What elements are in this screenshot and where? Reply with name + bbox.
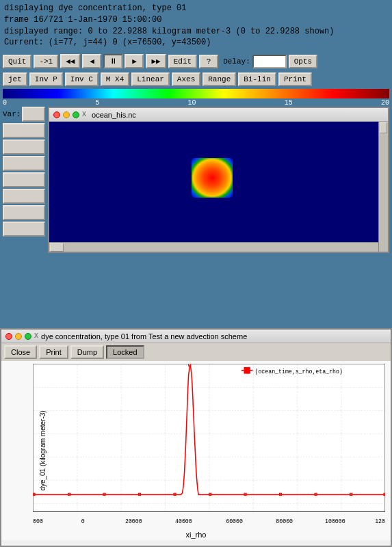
status-line4: Current: (i=77, j=44) 0 (x=76500, y=4350… [4,37,388,49]
edit-button[interactable]: Edit [168,55,197,68]
svg-text:-20000: -20000 [33,518,43,524]
locked-button[interactable]: Locked [106,345,144,359]
colorbar-gradient [3,89,389,98]
svg-text:0: 0 [81,518,85,524]
print-chart-button[interactable]: Print [39,345,68,359]
colormap-toolbar: jet Inv P Inv C M X4 Linear Axes Range B… [0,71,392,88]
var-selector-button[interactable] [22,107,45,122]
chart-svg: 60 50 40 30 20 10 0 -10 -20000 0 20000 4… [33,364,385,526]
dump-button[interactable]: Dump [70,345,104,359]
delay-label: Delay: [223,57,250,66]
step-back-button[interactable]: ◀ [82,54,101,68]
viz-hscrollbar[interactable] [49,242,378,252]
colorbar-label-10: 10 [187,99,196,107]
fast-fwd-button[interactable]: ▶▶ [146,54,166,68]
linear-button[interactable]: Linear [131,72,170,86]
status-line3: displayed range: 0 to 22.9288 kilogram m… [4,26,388,38]
bottom-maximize-dot[interactable] [25,333,31,340]
status-panel: displaying dye concentration, type 01 fr… [0,0,392,51]
range-button[interactable]: Range [202,72,236,86]
step-rev-button[interactable]: ->1 [34,55,58,68]
svg-text:120000: 120000 [375,518,385,524]
bottom-window: X dye concentration, type 01 from Test a… [0,328,392,547]
var-btn-7[interactable] [3,222,45,237]
opts-button[interactable]: Opts [289,55,317,68]
viz-scrollbar[interactable] [378,122,388,252]
bottom-close-dot[interactable] [5,333,12,340]
window-close-btn[interactable] [53,111,60,118]
colorbar: 0 5 10 15 20 [3,89,389,104]
status-line1: displaying dye concentration, type 01 [4,3,388,14]
fast-rev-button[interactable]: ◀◀ [60,54,80,68]
svg-rect-1 [33,364,385,511]
inv-p-button[interactable]: Inv P [29,72,63,86]
file-title: ocean_his.nc [92,111,136,119]
y-axis-label: dye_01 (kilogram meter-3) [39,410,47,490]
dye-concentration-blob [192,158,233,198]
axes-button[interactable]: Axes [172,72,200,86]
var-btn-1[interactable] [3,123,45,138]
svg-text:100000: 100000 [325,518,345,524]
bottom-x-icon: X [34,332,38,340]
bi-lin-button[interactable]: Bi-lin [238,72,276,86]
viz-inner [49,122,388,252]
x-axis-label: xi_rho [186,531,207,539]
delay-input[interactable] [252,55,287,68]
m-x4-button[interactable]: M X4 [101,72,129,86]
window-minimize-btn[interactable] [63,111,70,118]
hscrollbar-thumb[interactable] [50,243,64,252]
bottom-title: dye concentration, type 01 from Test a n… [41,332,247,341]
colorbar-label-0: 0 [3,99,7,107]
file-titlebar: X ocean_his.nc [49,108,388,122]
svg-text:40000: 40000 [175,518,192,524]
var-btn-2[interactable] [3,139,45,155]
file-x-icon: X [82,111,86,118]
bottom-minimize-dot[interactable] [15,333,22,340]
main-viz-area: Var: X ocean_his.nc [0,105,392,254]
colorbar-label-15: 15 [285,99,293,107]
colorbar-label-20: 20 [381,99,389,107]
status-line2: frame 16/721 1-Jan-1970 15:00:00 [4,14,388,26]
colorbar-labels: 0 5 10 15 20 [3,99,389,107]
var-btn-3[interactable] [3,156,45,171]
var-btn-6[interactable] [3,205,45,220]
bottom-titlebar: X dye concentration, type 01 from Test a… [1,330,391,343]
pause-button[interactable]: ⏸ [103,54,122,68]
print-button[interactable]: Print [278,72,312,86]
svg-text:(ocean_time,s_rho,eta_rho): (ocean_time,s_rho,eta_rho) [254,369,342,375]
svg-text:60000: 60000 [226,518,243,524]
var-label: Var: [3,109,21,120]
var-btn-5[interactable] [3,189,45,204]
var-btn-4[interactable] [3,172,45,187]
help-button[interactable]: ? [199,55,218,68]
svg-text:20000: 20000 [125,518,142,524]
main-toolbar: Quit ->1 ◀◀ ◀ ⏸ ▶ ▶▶ Edit ? Delay: Opts [0,51,392,71]
left-buttons-panel: Var: [3,107,45,253]
close-button[interactable]: Close [4,345,37,359]
viz-canvas[interactable] [49,122,388,252]
step-fwd-button[interactable]: ▶ [125,54,144,68]
bottom-controls: Close Print Dump Locked [1,343,391,361]
colorbar-label-5: 5 [95,99,99,107]
file-window: X ocean_his.nc [48,107,389,253]
inv-c-button[interactable]: Inv C [65,72,99,86]
scrollbar-thumb[interactable] [380,122,387,133]
window-maximize-btn[interactable] [73,111,79,118]
chart-area: dye_01 (kilogram meter-3) xi_rho 60 50 4… [1,361,391,540]
quit-button[interactable]: Quit [3,55,31,68]
svg-text:80000: 80000 [276,518,293,524]
jet-button[interactable]: jet [3,72,27,86]
